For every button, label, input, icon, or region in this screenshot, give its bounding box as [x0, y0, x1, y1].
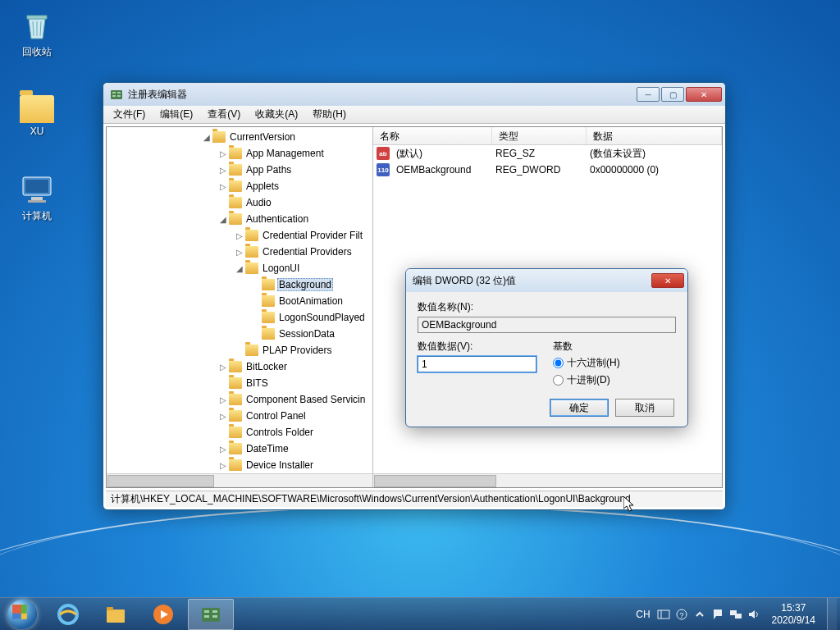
- chevron-up-icon[interactable]: [693, 608, 706, 621]
- tree-label: LogonSoundPlayed: [277, 311, 367, 324]
- tree-row[interactable]: Controls Folder: [107, 424, 372, 441]
- column-data[interactable]: 数据: [587, 127, 722, 144]
- value-data-label: 数值数据(V):: [418, 340, 536, 354]
- expander-icon[interactable]: ◢: [201, 133, 212, 142]
- expander-icon[interactable]: ▷: [217, 461, 229, 470]
- tree-row[interactable]: ▷App Paths: [107, 162, 372, 178]
- dialog-close-button[interactable]: ✕: [651, 273, 684, 288]
- tree-label: Control Panel: [244, 409, 308, 422]
- tree-row[interactable]: Audio: [107, 194, 372, 211]
- menu-view[interactable]: 查看(V): [201, 106, 247, 123]
- folder-icon: [229, 410, 242, 422]
- taskbar-explorer[interactable]: [93, 599, 139, 630]
- show-desktop-button[interactable]: [827, 598, 837, 631]
- ime-tool-icon[interactable]: [657, 608, 670, 621]
- tree-row[interactable]: ▷Device Installer: [107, 457, 372, 473]
- menubar: 文件(F) 编辑(E) 查看(V) 收藏夹(A) 帮助(H): [103, 106, 725, 124]
- icon-label: 计算机: [8, 209, 66, 223]
- tree-hscroll[interactable]: [107, 473, 372, 487]
- expander-icon[interactable]: ▷: [217, 166, 229, 175]
- tree-row[interactable]: ▷Component Based Servicin: [107, 391, 372, 408]
- expander-icon[interactable]: ▷: [217, 395, 229, 404]
- expander-icon[interactable]: ▷: [217, 445, 229, 454]
- tree-row[interactable]: PLAP Providers: [107, 342, 372, 358]
- column-name[interactable]: 名称: [373, 127, 492, 144]
- clock[interactable]: 15:37 2020/9/14: [767, 602, 820, 626]
- menu-edit[interactable]: 编辑(E): [153, 106, 199, 123]
- tree-label: App Management: [244, 147, 326, 160]
- tree-row[interactable]: BootAnimation: [107, 293, 372, 309]
- taskbar-regedit[interactable]: [188, 599, 234, 630]
- trash-icon: [20, 8, 54, 43]
- expander-icon[interactable]: ▷: [234, 248, 245, 257]
- taskbar-wmp[interactable]: [140, 599, 186, 630]
- system-tray[interactable]: CH ? 15:37 2020/9/14: [636, 598, 840, 631]
- folder-icon: [245, 246, 258, 258]
- tree-row[interactable]: ▷Applets: [107, 178, 372, 194]
- svg-rect-22: [658, 610, 669, 619]
- list-hscroll[interactable]: [373, 473, 722, 487]
- action-center-icon[interactable]: [711, 608, 724, 621]
- tree-row[interactable]: BITS: [107, 375, 372, 391]
- start-button[interactable]: [0, 598, 44, 631]
- cell-data: (数值未设置): [587, 147, 722, 161]
- expander-icon[interactable]: ▷: [217, 149, 229, 158]
- column-type[interactable]: 类型: [492, 127, 587, 144]
- folder-icon: [229, 180, 242, 192]
- expander-icon[interactable]: ▷: [217, 363, 229, 372]
- tree-row[interactable]: ▷Credential Provider Filt: [107, 227, 372, 244]
- recycle-bin-icon[interactable]: 回收站: [8, 8, 66, 59]
- volume-icon[interactable]: [747, 608, 760, 621]
- value-type-icon: 110: [377, 163, 390, 176]
- tree-row[interactable]: ▷Control Panel: [107, 408, 372, 424]
- close-button[interactable]: ✕: [686, 87, 722, 102]
- tree-row[interactable]: ▷App Management: [107, 145, 372, 162]
- tree-label: CurrentVersion: [228, 130, 297, 144]
- tree-row[interactable]: ▷BitLocker: [107, 358, 372, 375]
- dialog-titlebar[interactable]: 编辑 DWORD (32 位)值 ✕: [406, 269, 687, 292]
- tree-row[interactable]: ◢LogonUI: [107, 260, 372, 276]
- tree-row[interactable]: ▷DateTime: [107, 441, 372, 457]
- menu-file[interactable]: 文件(F): [107, 106, 152, 123]
- svg-rect-4: [25, 180, 48, 193]
- expander-icon[interactable]: ▷: [217, 182, 229, 191]
- radio-dec[interactable]: 十进制(D): [553, 373, 676, 387]
- folder-icon: [229, 213, 242, 225]
- computer-icon[interactable]: 计算机: [8, 172, 66, 223]
- svg-rect-19: [212, 610, 217, 613]
- value-name-field: [418, 317, 676, 333]
- folder-icon: [229, 361, 242, 372]
- tree-row[interactable]: ▷Credential Providers: [107, 244, 372, 260]
- tree-row[interactable]: SessionData: [107, 326, 372, 342]
- list-row[interactable]: 110OEMBackgroundREG_DWORD0x00000000 (0): [373, 162, 722, 178]
- svg-rect-10: [112, 95, 116, 97]
- maximize-button[interactable]: ▢: [661, 87, 684, 102]
- folder-icon: [229, 164, 242, 176]
- tree-row[interactable]: ◢CurrentVersion: [107, 129, 372, 145]
- tree-row[interactable]: Background: [107, 276, 372, 293]
- ok-button[interactable]: 确定: [550, 399, 609, 417]
- value-data-field[interactable]: [418, 356, 536, 372]
- taskbar-ie[interactable]: [45, 599, 91, 630]
- tree-row[interactable]: ◢Authentication: [107, 211, 372, 227]
- expander-icon[interactable]: ▷: [234, 231, 245, 240]
- radio-hex[interactable]: 十六进制(H): [553, 356, 676, 370]
- expander-icon[interactable]: ◢: [217, 215, 229, 224]
- tree-row[interactable]: LogonSoundPlayed: [107, 309, 372, 326]
- expander-icon[interactable]: ▷: [217, 412, 229, 421]
- menu-favorites[interactable]: 收藏夹(A): [249, 106, 304, 123]
- taskbar[interactable]: CH ? 15:37 2020/9/14: [0, 597, 840, 630]
- ime-indicator[interactable]: CH: [636, 609, 650, 620]
- tree-label: Controls Folder: [244, 426, 315, 439]
- ime-help-icon[interactable]: ?: [675, 608, 688, 621]
- cancel-button[interactable]: 取消: [615, 399, 674, 417]
- network-icon[interactable]: [729, 608, 742, 621]
- tree-pane[interactable]: ◢CurrentVersion▷App Management▷App Paths…: [107, 127, 373, 487]
- menu-help[interactable]: 帮助(H): [306, 106, 353, 123]
- expander-icon[interactable]: ◢: [234, 264, 245, 273]
- minimize-button[interactable]: ─: [637, 87, 660, 102]
- titlebar[interactable]: 注册表编辑器 ─ ▢ ✕: [103, 83, 725, 106]
- list-header[interactable]: 名称 类型 数据: [373, 127, 722, 145]
- user-folder-icon[interactable]: XU: [8, 90, 66, 137]
- list-row[interactable]: ab(默认)REG_SZ(数值未设置): [373, 145, 722, 162]
